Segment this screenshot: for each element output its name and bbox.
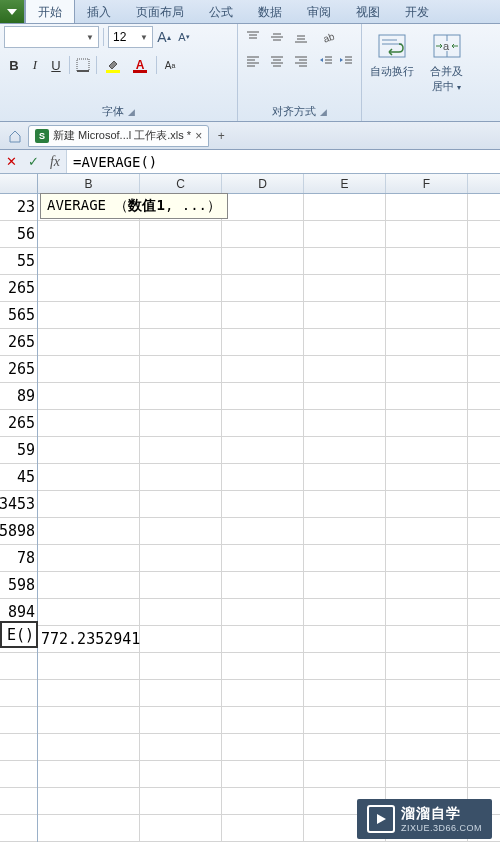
- cell[interactable]: [222, 626, 304, 652]
- cell[interactable]: [304, 356, 386, 382]
- border-button[interactable]: [73, 54, 93, 76]
- cell[interactable]: [38, 545, 140, 571]
- cell[interactable]: 56: [0, 221, 37, 248]
- cell[interactable]: 23: [0, 194, 37, 221]
- cell[interactable]: [140, 356, 222, 382]
- cell[interactable]: [386, 383, 468, 409]
- cell[interactable]: [222, 815, 304, 841]
- cell-B17[interactable]: 772.2352941: [38, 626, 140, 652]
- home-tab-button[interactable]: [4, 126, 26, 146]
- cell[interactable]: [222, 329, 304, 355]
- cell[interactable]: [38, 572, 140, 598]
- cell[interactable]: [38, 248, 140, 274]
- cell[interactable]: [304, 410, 386, 436]
- decrease-indent-button[interactable]: [316, 50, 336, 72]
- cell[interactable]: [38, 491, 140, 517]
- cell[interactable]: 89: [0, 383, 37, 410]
- tab-data[interactable]: 数据: [246, 0, 295, 23]
- cell[interactable]: [222, 518, 304, 544]
- cell[interactable]: [38, 680, 140, 706]
- cell[interactable]: [386, 680, 468, 706]
- cell[interactable]: [140, 734, 222, 760]
- grow-font-button[interactable]: A▴: [155, 27, 173, 47]
- cell[interactable]: [222, 464, 304, 490]
- cell[interactable]: [140, 815, 222, 841]
- cell[interactable]: [304, 275, 386, 301]
- cell[interactable]: [386, 275, 468, 301]
- cell[interactable]: [386, 518, 468, 544]
- cell[interactable]: 78: [0, 545, 37, 572]
- close-tab-button[interactable]: ×: [195, 129, 202, 143]
- cell[interactable]: [222, 680, 304, 706]
- underline-button[interactable]: U: [46, 54, 66, 76]
- cell[interactable]: [38, 761, 140, 787]
- bold-button[interactable]: B: [4, 54, 24, 76]
- formula-input[interactable]: =AVERAGE(): [66, 150, 500, 173]
- cell[interactable]: [38, 383, 140, 409]
- cell[interactable]: [304, 680, 386, 706]
- cell[interactable]: [0, 788, 37, 815]
- cell[interactable]: [386, 410, 468, 436]
- col-header-D[interactable]: D: [222, 174, 304, 193]
- align-middle-button[interactable]: [266, 26, 288, 48]
- cell[interactable]: [222, 707, 304, 733]
- wrap-text-button[interactable]: 自动换行: [364, 28, 420, 81]
- cell[interactable]: [386, 491, 468, 517]
- italic-button[interactable]: I: [25, 54, 45, 76]
- cell[interactable]: [140, 491, 222, 517]
- tab-formulas[interactable]: 公式: [197, 0, 246, 23]
- cell[interactable]: [140, 248, 222, 274]
- document-tab[interactable]: S 新建 Microsof...l 工作表.xls * ×: [28, 125, 209, 147]
- cell[interactable]: [222, 572, 304, 598]
- tab-developer[interactable]: 开发: [393, 0, 442, 23]
- cell[interactable]: [386, 437, 468, 463]
- tab-home[interactable]: 开始: [25, 0, 75, 23]
- cell[interactable]: [304, 653, 386, 679]
- font-color-button[interactable]: A: [127, 54, 153, 76]
- cell[interactable]: [304, 707, 386, 733]
- cell[interactable]: [140, 761, 222, 787]
- confirm-formula-button[interactable]: ✓: [22, 150, 44, 173]
- cell[interactable]: [140, 788, 222, 814]
- cell[interactable]: 5898: [0, 518, 37, 545]
- cell[interactable]: [222, 383, 304, 409]
- align-top-button[interactable]: [242, 26, 264, 48]
- cell[interactable]: [38, 653, 140, 679]
- cell[interactable]: [222, 761, 304, 787]
- cell[interactable]: [38, 329, 140, 355]
- cell[interactable]: [386, 599, 468, 625]
- cell[interactable]: [222, 302, 304, 328]
- cell[interactable]: [304, 599, 386, 625]
- cell[interactable]: [38, 815, 140, 841]
- cell[interactable]: 3453: [0, 491, 37, 518]
- font-name-combo[interactable]: ▼: [4, 26, 99, 48]
- cell[interactable]: 265: [0, 410, 37, 437]
- cell[interactable]: [304, 248, 386, 274]
- cell[interactable]: [304, 329, 386, 355]
- cell[interactable]: [38, 275, 140, 301]
- active-editing-cell[interactable]: E(): [0, 621, 38, 648]
- cell[interactable]: [304, 491, 386, 517]
- cell[interactable]: [386, 572, 468, 598]
- cell[interactable]: [0, 707, 37, 734]
- cell[interactable]: [386, 626, 468, 652]
- cell[interactable]: [222, 653, 304, 679]
- cell[interactable]: [386, 761, 468, 787]
- cell[interactable]: [140, 410, 222, 436]
- cell[interactable]: 265: [0, 329, 37, 356]
- cell[interactable]: [38, 788, 140, 814]
- cell[interactable]: [222, 275, 304, 301]
- shrink-font-button[interactable]: A▾: [175, 27, 193, 47]
- cell[interactable]: [38, 599, 140, 625]
- cell[interactable]: [0, 653, 37, 680]
- cancel-formula-button[interactable]: ✕: [0, 150, 22, 173]
- cell[interactable]: [304, 437, 386, 463]
- cell[interactable]: [38, 734, 140, 760]
- cell[interactable]: [304, 383, 386, 409]
- cell[interactable]: 59: [0, 437, 37, 464]
- font-dialog-launcher[interactable]: ◢: [128, 107, 135, 117]
- cell[interactable]: [222, 248, 304, 274]
- tab-insert[interactable]: 插入: [75, 0, 124, 23]
- cell[interactable]: 265: [0, 275, 37, 302]
- cell[interactable]: [140, 653, 222, 679]
